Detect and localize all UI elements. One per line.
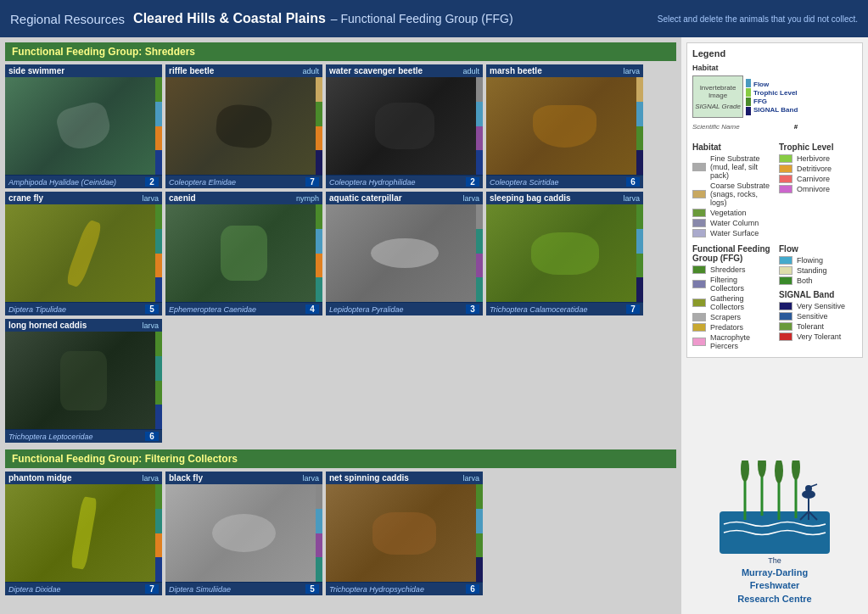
specimen-card-riffle-beetle[interactable]: riffle beetle adult — [165, 64, 322, 188]
logo-area: The Murray-Darling Freshwater Research C… — [686, 457, 863, 609]
logo-line4: Research Centre — [690, 593, 860, 606]
legend-habitat-vegetation: Vegetation — [692, 209, 770, 217]
legend-signal-sensitive: Sensitive — [779, 312, 857, 321]
legend-flow-signal-col: Flow Flowing Standing Both — [779, 239, 857, 352]
legend-scientific-label: Scientific Name — [692, 123, 740, 131]
legend-number-label: # — [794, 123, 798, 131]
logo-line3: Freshwater — [690, 579, 860, 592]
legend-ffg-filtering: Filtering Collectors — [692, 276, 770, 293]
shredders-section: Functional Feeding Group: Shredders side… — [5, 42, 676, 443]
legend-trophic-detritivore: Detritivore — [779, 165, 857, 173]
legend-signal-very-sensitive: Very Sensitive — [779, 302, 857, 310]
legend-trophic-omnivore: Omnivore — [779, 185, 857, 193]
legend-trophic-col: Trophic Level Herbivore Detritivore Carn… — [779, 137, 857, 239]
legend-habitat-water-surface: Water Surface — [692, 229, 770, 237]
svg-point-2 — [741, 460, 749, 482]
legend-ffg-scrapers: Scrapers — [692, 313, 770, 321]
legend-diagram: Habitat Invertebrate Image SIGNAL Grade — [692, 64, 857, 131]
murray-darling-logo — [720, 460, 830, 554]
shredders-header: Functional Feeding Group: Shredders — [5, 42, 676, 61]
specimen-card-caenid[interactable]: caenid nymph — [165, 192, 322, 315]
specimen-card-phantom-midge[interactable]: phantom midge larva — [5, 472, 162, 595]
specimen-card-marsh-beetle[interactable]: marsh beetle larva — [486, 64, 643, 188]
legend-trophic-herbivore: Herbivore — [779, 154, 857, 163]
logo-line2: Murray-Darling — [690, 567, 860, 579]
legend-habitat-coarse: Coarse Substrate (snags, rocks, logs) — [692, 181, 770, 207]
header-subtitle: – Functional Feeding Group (FFG) — [331, 12, 513, 25]
legend-habitat-trophic: Habitat Fine Substrate (mud, leaf, silt … — [692, 137, 857, 239]
header-regional: Regional Resources — [10, 12, 125, 26]
header-bar: Regional Resources Cleared Hills & Coast… — [0, 0, 868, 37]
specimen-card-sleeping-bag-caddis[interactable]: sleeping bag caddis larva — [486, 192, 643, 315]
svg-point-8 — [792, 460, 800, 480]
filtering-collectors-header: Functional Feeding Group: Filtering Coll… — [5, 449, 676, 468]
specimen-card-crane-fly[interactable]: crane fly larva — [5, 192, 162, 315]
right-panel: Legend Habitat Invertebrate Image SIGNAL… — [681, 37, 868, 614]
specimens-panel: Functional Feeding Group: Shredders side… — [0, 37, 681, 614]
legend-ffg-predators: Predators — [692, 323, 770, 332]
legend-title: Legend — [692, 48, 857, 59]
specimen-card-long-horned-caddis[interactable]: long horned caddis larva — [5, 319, 162, 443]
specimen-card-net-spinning-caddis[interactable]: net spinning caddis larva — [326, 472, 483, 595]
main-content: Functional Feeding Group: Shredders side… — [0, 37, 868, 614]
shredders-grid: side swimmer — [5, 64, 676, 443]
specimen-card-water-scavenger[interactable]: water scavenger beetle adult — [326, 64, 483, 188]
legend-ffg-macrophyte: Macrophyte Piercers — [692, 333, 770, 350]
svg-point-4 — [758, 460, 766, 477]
legend-flow-standing: Standing — [779, 266, 857, 275]
legend-box: Legend Habitat Invertebrate Image SIGNAL… — [686, 42, 863, 358]
svg-point-6 — [775, 460, 783, 483]
legend-habitat-label: Habitat — [692, 64, 719, 72]
filtering-collectors-section: Functional Feeding Group: Filtering Coll… — [5, 449, 676, 595]
legend-trophic-carnivore: Carnivore — [779, 175, 857, 183]
legend-habitat-col: Habitat Fine Substrate (mud, leaf, silt … — [692, 137, 770, 239]
svg-line-14 — [810, 484, 817, 487]
legend-signal-tolerant: Tolerant — [779, 322, 857, 331]
header-instruction: Select and delete the animals that you d… — [658, 14, 858, 24]
specimen-card-aquatic-caterpillar[interactable]: aquatic caterpillar larva — [326, 192, 483, 315]
legend-image-label: Invertebrate Image — [693, 84, 742, 99]
legend-ffg-flow: Functional Feeding Group (FFG) Shredders… — [692, 239, 857, 352]
legend-ffg-col: Functional Feeding Group (FFG) Shredders… — [692, 239, 770, 352]
legend-ffg-gathering: Gathering Collectors — [692, 294, 770, 311]
logo-line1: The — [690, 555, 860, 567]
legend-ffg-shredders: Shredders — [692, 265, 770, 274]
legend-signal-label: SIGNAL Grade — [695, 103, 741, 110]
header-location: Cleared Hills & Coastal Plains — [133, 11, 326, 26]
filtering-collectors-grid: phantom midge larva — [5, 472, 676, 595]
app-container: Regional Resources Cleared Hills & Coast… — [0, 0, 868, 614]
specimen-card-side-swimmer[interactable]: side swimmer — [5, 64, 162, 188]
legend-flow-both: Both — [779, 276, 857, 285]
legend-habitat-water-column: Water Column — [692, 219, 770, 227]
legend-habitat-fine: Fine Substrate (mud, leaf, silt pack) — [692, 154, 770, 180]
legend-flow-flowing: Flowing — [779, 256, 857, 265]
legend-signal-very-tolerant: Very Tolerant — [779, 332, 857, 341]
specimen-card-black-fly[interactable]: black fly larva — [165, 472, 322, 595]
